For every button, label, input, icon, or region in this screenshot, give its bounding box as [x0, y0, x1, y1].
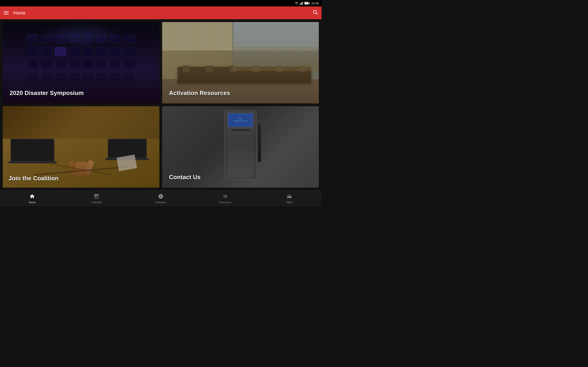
- time-display: 10:26: [311, 2, 319, 5]
- bottom-navigation: Home Calendar Activation: [0, 190, 321, 206]
- nav-calendar-label: Calendar: [91, 201, 102, 204]
- svg-rect-0: [300, 4, 300, 5]
- content-grid: 2020 Disaster Symposium A: [0, 19, 321, 190]
- svg-rect-1: [301, 3, 301, 5]
- nav-item-home[interactable]: Home: [0, 191, 64, 206]
- nav-resources-label: Resources: [219, 201, 231, 204]
- calendar-icon: [94, 194, 99, 200]
- menu-button[interactable]: [4, 11, 9, 15]
- nav-smat-label: SMAT: [286, 201, 293, 204]
- svg-rect-6: [305, 2, 309, 4]
- card-coalition[interactable]: Join the Coalition: [3, 106, 159, 188]
- svg-rect-5: [309, 3, 310, 4]
- app-bar-title: Home: [13, 10, 26, 16]
- smat-icon: [287, 194, 292, 200]
- nav-activation-label: Activation: [155, 201, 166, 204]
- wifi-icon: [295, 2, 298, 5]
- signal-icon: [300, 2, 303, 5]
- app-bar: Home: [0, 6, 321, 19]
- card-contact[interactable]: CALLINSTRUCTIONS: [162, 106, 319, 188]
- nav-item-smat[interactable]: SMAT: [257, 191, 321, 206]
- status-icons: 10:26: [295, 2, 319, 5]
- nav-item-activation[interactable]: Activation: [129, 191, 193, 206]
- card-activation[interactable]: Activation Resources: [162, 22, 319, 103]
- card-contact-label: Contact Us: [169, 174, 312, 181]
- resources-icon: [222, 194, 228, 200]
- nav-item-calendar[interactable]: Calendar: [64, 191, 129, 206]
- home-icon: [29, 194, 35, 200]
- activation-icon: [158, 194, 164, 200]
- app-bar-left: Home: [4, 10, 26, 16]
- search-button[interactable]: [312, 9, 318, 16]
- nav-home-label: Home: [29, 201, 35, 204]
- card-activation-label: Activation Resources: [169, 90, 312, 97]
- status-bar: 10:26: [0, 0, 321, 6]
- svg-line-8: [316, 13, 318, 15]
- card-coalition-label: Join the Coalition: [9, 175, 153, 182]
- card-symposium[interactable]: 2020 Disaster Symposium: [3, 22, 159, 103]
- svg-rect-2: [301, 2, 302, 5]
- battery-icon: [304, 2, 310, 5]
- card-symposium-label: 2020 Disaster Symposium: [10, 90, 153, 97]
- svg-rect-3: [302, 2, 303, 5]
- nav-item-resources[interactable]: Resources: [193, 191, 257, 206]
